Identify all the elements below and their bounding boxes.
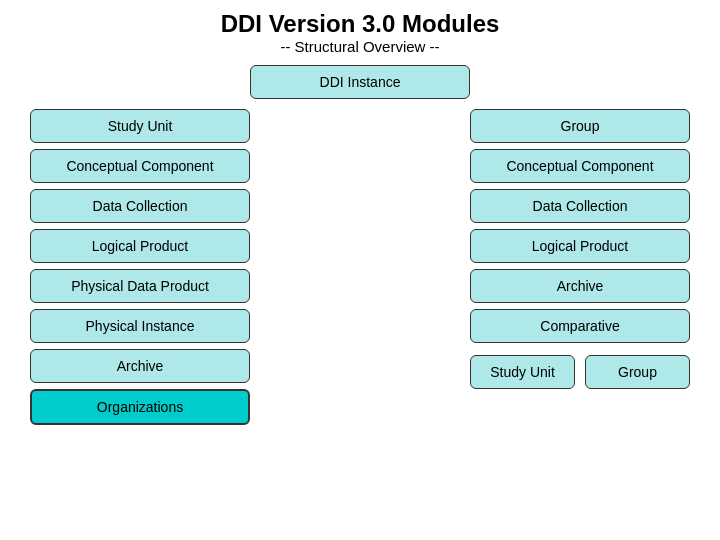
right-column: Group Conceptual Component Data Collecti… bbox=[470, 109, 690, 425]
left-conceptual-component: Conceptual Component bbox=[30, 149, 250, 183]
bottom-group: Group bbox=[585, 355, 690, 389]
right-archive: Archive bbox=[470, 269, 690, 303]
left-archive: Archive bbox=[30, 349, 250, 383]
right-data-collection: Data Collection bbox=[470, 189, 690, 223]
bottom-study-unit: Study Unit bbox=[470, 355, 575, 389]
columns: Study Unit Conceptual Component Data Col… bbox=[20, 109, 700, 425]
left-physical-data-product: Physical Data Product bbox=[30, 269, 250, 303]
left-column: Study Unit Conceptual Component Data Col… bbox=[30, 109, 250, 425]
left-logical-product: Logical Product bbox=[30, 229, 250, 263]
right-comparative: Comparative bbox=[470, 309, 690, 343]
left-study-unit: Study Unit bbox=[30, 109, 250, 143]
left-organizations: Organizations bbox=[30, 389, 250, 425]
main-title: DDI Version 3.0 Modules bbox=[20, 10, 700, 38]
right-conceptual-component: Conceptual Component bbox=[470, 149, 690, 183]
left-physical-instance: Physical Instance bbox=[30, 309, 250, 343]
left-data-collection: Data Collection bbox=[30, 189, 250, 223]
ddi-instance-box: DDI Instance bbox=[250, 65, 470, 99]
sub-title: -- Structural Overview -- bbox=[20, 38, 700, 55]
page: DDI Version 3.0 Modules -- Structural Ov… bbox=[0, 0, 720, 540]
bottom-row: Study Unit Group bbox=[470, 355, 690, 389]
title-area: DDI Version 3.0 Modules -- Structural Ov… bbox=[20, 10, 700, 55]
right-logical-product: Logical Product bbox=[470, 229, 690, 263]
right-group: Group bbox=[470, 109, 690, 143]
diagram: DDI Instance Study Unit Conceptual Compo… bbox=[20, 65, 700, 425]
